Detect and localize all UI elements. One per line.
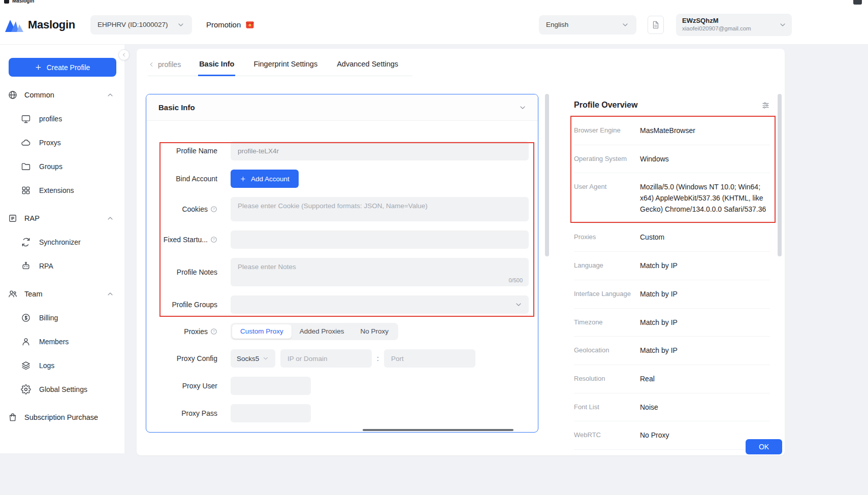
overview-row-label: Resolution — [574, 374, 640, 385]
tab-advanced-settings[interactable]: Advanced Settings — [336, 59, 399, 76]
fixed-startup-input[interactable] — [231, 230, 529, 249]
segment-no-proxy[interactable]: No Proxy — [352, 324, 397, 339]
annotation-box-form — [159, 142, 534, 317]
chevron-down-icon — [515, 301, 523, 309]
workspace-selector[interactable]: EHPHRV (ID:1000027) — [90, 15, 192, 35]
tabs-bar: profiles Basic Info Fingerprint Settings… — [148, 59, 412, 76]
bind-account-row: Bind Account Add Account — [160, 170, 529, 188]
robot-icon — [21, 261, 31, 271]
sidebar-item-label: Billing — [39, 314, 58, 322]
sidebar-item-members[interactable]: Members — [0, 329, 124, 353]
gear-icon — [21, 384, 31, 394]
profile-overview-panel: Profile Overview Browser Engine MasMateB… — [564, 94, 782, 450]
sidebar: Create Profile Common profiles Proxys — [0, 45, 124, 453]
shopping-bag-icon — [8, 412, 18, 422]
sidebar-item-proxys[interactable]: Proxys — [0, 130, 124, 154]
proxy-user-row: Proxy User — [160, 377, 529, 395]
proxy-port-input[interactable] — [384, 349, 475, 368]
chevron-left-icon — [121, 52, 127, 58]
add-account-label: Add Account — [251, 175, 290, 183]
info-icon[interactable]: ? — [210, 236, 217, 243]
add-account-button[interactable]: Add Account — [231, 170, 299, 188]
back-to-profiles-link[interactable]: profiles — [148, 60, 181, 76]
sidebar-item-global-settings[interactable]: Global Settings — [0, 377, 124, 401]
workspace-label: EHPHRV (ID:1000027) — [98, 21, 168, 28]
user-account-menu[interactable]: EWzSQhzM xiaofei020907@gmail.com — [676, 14, 792, 36]
filter-settings-icon[interactable] — [761, 101, 770, 110]
sidebar-item-groups[interactable]: Groups — [0, 154, 124, 178]
sidebar-item-label: Global Settings — [39, 385, 87, 393]
proxy-ip-input[interactable] — [280, 349, 372, 368]
info-icon[interactable]: ? — [210, 206, 217, 213]
overview-row-label: Browser Engine — [574, 125, 640, 137]
overview-row: Operating System Windows — [574, 145, 770, 174]
sidebar-item-label: Proxys — [39, 139, 61, 147]
sidebar-section-rap[interactable]: RAP — [0, 206, 124, 230]
svg-text:?: ? — [213, 207, 215, 211]
overview-row-label: User Agent — [574, 182, 640, 215]
cookies-row: Cookies ? — [160, 197, 529, 221]
overview-scrollbar[interactable] — [778, 94, 782, 256]
overview-row-value: Match by IP — [640, 317, 770, 328]
sidebar-item-synchronizer[interactable]: Synchronizer — [0, 230, 124, 254]
segment-custom-proxy[interactable]: Custom Proxy — [232, 324, 292, 339]
chevron-down-icon — [262, 355, 269, 362]
ok-button[interactable]: OK — [746, 439, 782, 454]
overview-row: Resolution Real — [574, 365, 770, 393]
team-icon — [8, 289, 18, 299]
profile-name-input[interactable] — [231, 141, 529, 160]
sidebar-section-team[interactable]: Team — [0, 282, 124, 306]
overview-row: Interface Language Match by IP — [574, 280, 770, 309]
proxy-pass-input[interactable] — [231, 404, 311, 422]
overview-row: Language Match by IP — [574, 252, 770, 280]
horizontal-scrollbar[interactable] — [363, 429, 513, 431]
overview-row: WebRTC No Proxy — [574, 421, 770, 450]
segment-added-proxies[interactable]: Added Proxies — [292, 324, 352, 339]
overview-row: Timezone Match by IP — [574, 309, 770, 337]
docs-button[interactable] — [648, 16, 664, 34]
sidebar-item-logs[interactable]: Logs — [0, 353, 124, 377]
proxy-pass-row: Proxy Pass — [160, 404, 529, 422]
proxies-row: Proxies ? Custom Proxy Added Proxies No … — [160, 323, 529, 340]
tab-basic-info[interactable]: Basic Info — [198, 59, 235, 76]
sidebar-item-profiles[interactable]: profiles — [0, 107, 124, 130]
overview-row-value: Custom — [640, 232, 770, 243]
create-profile-button[interactable]: Create Profile — [9, 58, 116, 77]
maslogin-logo-icon — [5, 18, 23, 32]
sidebar-item-subscription-purchase[interactable]: Subscription Purchase — [0, 405, 124, 429]
logs-icon — [21, 360, 31, 371]
fixed-startup-label: Fixed Startu... — [164, 236, 208, 244]
billing-icon — [21, 313, 31, 323]
promotion-link[interactable]: Promotion — [206, 20, 255, 30]
profile-groups-select[interactable] — [231, 295, 529, 314]
form-scrollbar[interactable] — [545, 94, 549, 256]
sidebar-item-rpa[interactable]: RPA — [0, 254, 124, 278]
svg-text:?: ? — [213, 329, 215, 333]
sidebar-collapse-toggle[interactable] — [118, 49, 130, 60]
user-email: xiaofei020907@gmail.com — [682, 25, 779, 32]
sidebar-section-common[interactable]: Common — [0, 83, 124, 107]
language-selector[interactable]: English — [539, 15, 636, 35]
content-card: profiles Basic Info Fingerprint Settings… — [137, 49, 785, 455]
profile-notes-textarea[interactable] — [231, 258, 529, 286]
sidebar-section-label: Team — [24, 290, 42, 298]
sidebar-item-label: Groups — [39, 162, 62, 171]
basic-info-panel-header[interactable]: Basic Info — [146, 94, 538, 121]
cookies-textarea[interactable] — [231, 197, 529, 221]
sidebar-item-label: profiles — [39, 115, 62, 123]
rap-icon — [8, 213, 18, 223]
proxy-pass-label: Proxy Pass — [160, 409, 217, 417]
sidebar-item-billing[interactable]: Billing — [0, 306, 124, 329]
sidebar-item-label: RPA — [39, 262, 53, 270]
tab-fingerprint-settings[interactable]: Fingerprint Settings — [252, 59, 318, 76]
sidebar-item-label: Logs — [39, 361, 54, 370]
sidebar-item-label: Extensions — [39, 186, 74, 194]
sidebar-item-extensions[interactable]: Extensions — [0, 178, 124, 202]
proxy-protocol-select[interactable]: Socks5 — [231, 349, 275, 368]
proxy-user-input[interactable] — [231, 377, 311, 395]
sidebar-item-label: Members — [39, 338, 69, 346]
info-icon[interactable]: ? — [210, 328, 217, 335]
chevron-down-icon — [621, 21, 629, 29]
plus-icon — [35, 63, 42, 71]
window-control — [853, 0, 862, 5]
